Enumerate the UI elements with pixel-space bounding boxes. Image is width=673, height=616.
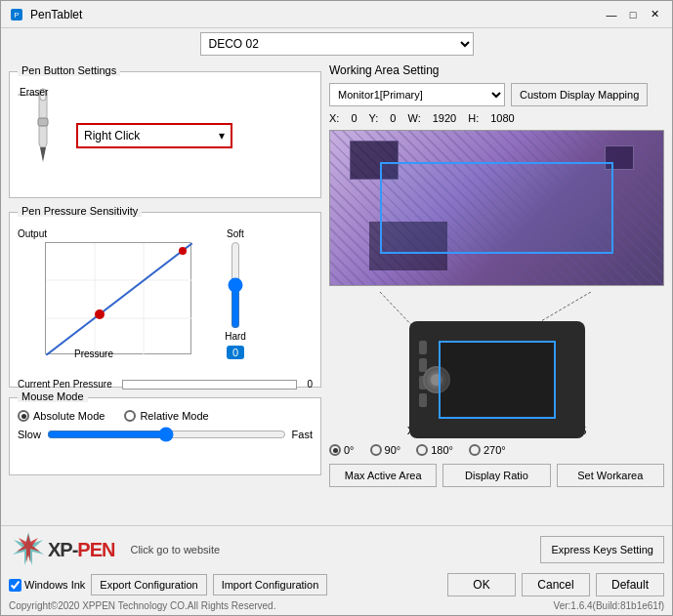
logo-area: XP-PEN Click go to website	[9, 530, 220, 569]
window-title: PenTablet	[30, 8, 602, 21]
relative-mode-radio[interactable]: Relative Mode	[124, 410, 208, 422]
hard-label: Hard	[225, 331, 246, 342]
pressure-bar	[122, 380, 298, 390]
rotation-0-indicator	[329, 444, 341, 456]
tablet-device	[409, 321, 585, 438]
screen-selection-rect	[380, 162, 613, 255]
custom-mapping-button[interactable]: Custom Display Mapping	[511, 83, 648, 106]
tablet-button-4	[419, 393, 427, 407]
rotation-0-radio[interactable]: 0°	[329, 444, 355, 456]
h-label: H:	[468, 112, 479, 124]
mouse-mode-box: Mouse Mode Absolute Mode Relative Mode S…	[9, 397, 321, 475]
absolute-radio-indicator	[18, 410, 29, 422]
tablet-button-1	[419, 341, 427, 354]
max-active-area-button[interactable]: Max Active Area	[329, 464, 437, 487]
right-panel: Working Area Setting Monitor1[Primary] M…	[329, 63, 664, 521]
soft-label: Soft	[227, 228, 244, 239]
main-window: P PenTablet — □ ✕ DECO 02 Pen Button Set…	[0, 0, 673, 616]
slow-label: Slow	[18, 429, 41, 440]
close-button[interactable]: ✕	[645, 5, 664, 24]
bottom-row3: Copyright©2020 XPPEN Technology CO.All R…	[9, 600, 664, 611]
device-select[interactable]: DECO 02	[200, 32, 474, 56]
w-label: W:	[407, 112, 420, 124]
pressure-vertical-slider[interactable]	[226, 241, 245, 329]
minimize-button[interactable]: —	[602, 5, 621, 24]
rotation-270-radio[interactable]: 270°	[469, 444, 506, 456]
svg-point-13	[179, 247, 187, 255]
windows-ink-checkbox-label[interactable]: Windows Ink	[9, 579, 85, 592]
xppen-logo: XP-PEN	[9, 530, 114, 569]
ok-button[interactable]: OK	[447, 573, 516, 596]
app-icon: P	[9, 7, 24, 22]
working-area-controls: Monitor1[Primary] Monitor2 Custom Displa…	[329, 83, 664, 106]
w-value: 1920	[433, 112, 456, 124]
windows-ink-checkbox[interactable]	[9, 579, 21, 592]
current-pressure-value: 0	[307, 379, 313, 390]
pen-button-settings-label: Pen Button Settings	[18, 64, 120, 76]
svg-line-11	[46, 243, 192, 355]
eraser-label: Eraser	[20, 87, 48, 98]
rotation-180-radio[interactable]: 180°	[416, 444, 453, 456]
dialog-buttons: OK Cancel Default	[447, 573, 664, 596]
tablet-preview-wrapper	[329, 292, 664, 419]
rotation-90-radio[interactable]: 90°	[370, 444, 401, 456]
working-area-title: Working Area Setting	[329, 63, 664, 77]
title-bar: P PenTablet — □ ✕	[1, 1, 672, 28]
main-content: Pen Button Settings	[1, 60, 672, 525]
bottom-row1: XP-PEN Click go to website Express Keys …	[9, 530, 664, 569]
pressure-value-badge: 0	[227, 346, 244, 359]
pressure-canvas	[45, 242, 191, 354]
x-value: 0	[351, 112, 357, 124]
x-label: X:	[329, 112, 339, 124]
window-controls: — □ ✕	[602, 5, 664, 24]
rotation-180-indicator	[416, 444, 428, 456]
pen-button-settings-box: Pen Button Settings	[9, 71, 321, 198]
pen-illustration: Eraser	[18, 84, 66, 182]
absolute-mode-radio[interactable]: Absolute Mode	[18, 410, 105, 422]
cancel-button[interactable]: Cancel	[522, 573, 590, 596]
copyright-text: Copyright©2020 XPPEN Technology CO.All R…	[9, 600, 275, 611]
pen-button-dropdown-wrapper: Right Click ▾	[76, 123, 232, 148]
export-config-button[interactable]: Export Configuration	[91, 574, 206, 595]
rotation-90-indicator	[370, 444, 382, 456]
default-button[interactable]: Default	[596, 573, 664, 596]
display-ratio-button[interactable]: Display Ratio	[442, 464, 550, 487]
pressure-section-label: Pen Pressure Sensitivity	[18, 205, 142, 217]
mouse-mode-label: Mouse Mode	[18, 390, 88, 402]
monitor-select[interactable]: Monitor1[Primary] Monitor2	[329, 83, 505, 106]
rotation-row: 0° 90° 180° 270°	[329, 444, 664, 456]
current-pressure-label: Current Pen Pressure	[18, 379, 112, 390]
device-select-row: DECO 02	[1, 28, 672, 60]
speed-row: Slow Fast	[18, 428, 313, 441]
set-workarea-button[interactable]: Set Workarea	[557, 464, 664, 487]
screen-preview	[329, 130, 664, 286]
coord-row-monitor: X: 0 Y: 0 W: 1920 H: 1080	[329, 112, 664, 124]
version-text: Ver:1.6.4(Build:81b1e61f)	[554, 600, 664, 611]
output-label: Output	[18, 228, 47, 239]
logo-text: XP-PEN	[48, 539, 114, 561]
pen-button-dropdown[interactable]: Right Click ▾	[76, 123, 232, 148]
fast-label: Fast	[292, 429, 313, 440]
bottom-area: XP-PEN Click go to website Express Keys …	[1, 525, 672, 615]
bottom-row2: Windows Ink Export Configuration Import …	[9, 573, 664, 596]
y-label: Y:	[369, 112, 379, 124]
speed-slider[interactable]	[47, 428, 286, 441]
mouse-mode-row: Absolute Mode Relative Mode	[18, 404, 313, 422]
left-panel: Pen Button Settings	[9, 63, 321, 521]
maximize-button[interactable]: □	[623, 5, 643, 24]
express-keys-button[interactable]: Express Keys Setting	[540, 536, 664, 563]
svg-rect-4	[38, 118, 48, 126]
svg-point-12	[95, 309, 105, 319]
pressure-slider-area: Soft Hard 0	[211, 228, 260, 377]
y-value: 0	[390, 112, 396, 124]
action-buttons-row: Max Active Area Display Ratio Set Workar…	[329, 464, 664, 487]
current-pressure-row: Current Pen Pressure 0	[18, 379, 313, 390]
pressure-settings-box: Pen Pressure Sensitivity Output	[9, 212, 321, 388]
import-config-button[interactable]: Import Configuration	[213, 574, 328, 595]
screen-preview-inner	[330, 131, 663, 285]
bottom-left-controls: Windows Ink Export Configuration Import …	[9, 574, 327, 595]
svg-marker-17	[17, 534, 40, 562]
pressure-chart-area: Output	[18, 228, 203, 375]
tablet-active-area	[439, 341, 556, 419]
svg-text:P: P	[14, 11, 19, 20]
